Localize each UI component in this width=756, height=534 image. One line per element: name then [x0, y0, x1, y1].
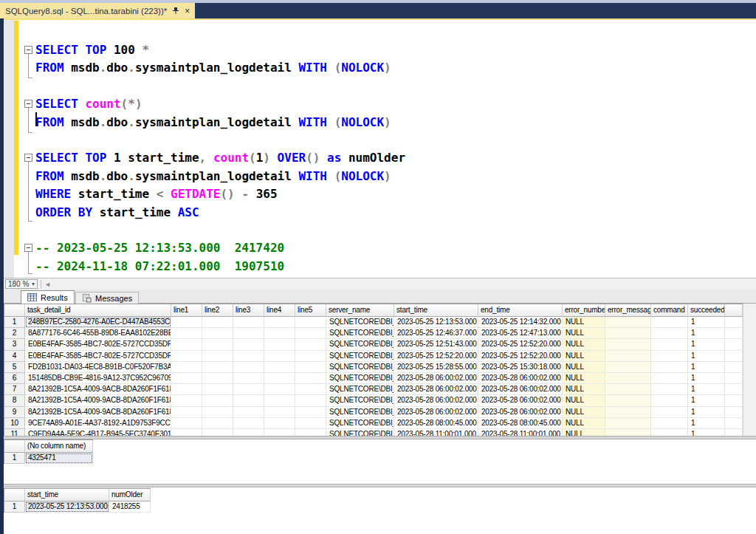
grid-cell[interactable]: [233, 339, 264, 350]
row-number-cell[interactable]: 7: [4, 384, 25, 395]
column-header[interactable]: start_time: [25, 489, 109, 502]
grid-cell[interactable]: 2023-05-28 06:00:02.000: [478, 384, 563, 395]
grid-cell[interactable]: [233, 395, 264, 406]
grid-cell[interactable]: 1: [688, 418, 725, 429]
grid-cell[interactable]: [202, 373, 233, 384]
grid-cell[interactable]: [651, 407, 688, 418]
grid-cell[interactable]: [295, 395, 326, 406]
grid-cell[interactable]: [171, 339, 202, 350]
grid-cell[interactable]: [295, 339, 326, 350]
code-line[interactable]: [0, 131, 756, 149]
grid-cell[interactable]: [264, 418, 295, 429]
grid-cell[interactable]: [651, 351, 688, 362]
grid-cell[interactable]: NULL: [563, 351, 605, 362]
grid-cell[interactable]: [171, 418, 202, 429]
grid-cell[interactable]: [295, 384, 326, 395]
column-header[interactable]: numOlder: [109, 489, 151, 502]
grid-cell[interactable]: 8A21392B-1C5A-4009-9ACB-8DA260F1F618: [25, 384, 171, 395]
grid-cell[interactable]: [605, 407, 651, 418]
grid-cell[interactable]: [605, 362, 651, 373]
grid-cell[interactable]: 2023-05-28 06:00:02.000: [478, 373, 563, 384]
code-line[interactable]: FROM msdb.dbo.sysmaintplan_logdetail WIT…: [0, 113, 756, 131]
grid-cell[interactable]: [725, 373, 743, 384]
column-header[interactable]: line2: [202, 304, 233, 317]
grid-cell[interactable]: NULL: [563, 384, 605, 395]
code-line[interactable]: SELECT TOP 1 start_time, count(1) OVER()…: [0, 148, 756, 167]
grid-cell[interactable]: NULL: [563, 395, 605, 406]
grid-cell[interactable]: [725, 362, 743, 373]
row-number-cell[interactable]: 4: [4, 351, 25, 362]
grid-cell[interactable]: 1: [688, 328, 725, 339]
results-grid-1-vertical-scrollbar[interactable]: [743, 304, 756, 436]
grid-cell[interactable]: [171, 407, 202, 418]
grid-cell[interactable]: NULL: [563, 407, 605, 418]
grid-cell[interactable]: 2023-05-25 12:13:53.000: [25, 502, 109, 513]
grid-cell[interactable]: 2023-05-25 12:51:43.000: [394, 339, 478, 350]
grid-cell[interactable]: SQLNETCORE\DBI_CORE: [326, 362, 394, 373]
grid-cell[interactable]: [171, 351, 202, 362]
grid-cell[interactable]: SQLNETCORE\DBI_CORE: [326, 317, 394, 328]
grid-cell[interactable]: [725, 328, 743, 339]
code-line[interactable]: SELECT count(*): [0, 95, 756, 113]
grid-cell[interactable]: 1: [688, 373, 725, 384]
grid-cell[interactable]: [605, 328, 651, 339]
grid-cell[interactable]: NULL: [563, 362, 605, 373]
grid-cell[interactable]: [202, 407, 233, 418]
grid-cell[interactable]: [725, 384, 743, 395]
grid-cell[interactable]: [651, 317, 688, 328]
grid-cell[interactable]: 1: [688, 362, 725, 373]
grid-cell[interactable]: 2418255: [109, 502, 151, 513]
grid-cell[interactable]: [605, 351, 651, 362]
column-header[interactable]: error_number: [563, 304, 605, 317]
row-number-cell[interactable]: 5: [4, 362, 25, 373]
column-header[interactable]: succeeded: [688, 304, 725, 317]
grid-cell[interactable]: [295, 373, 326, 384]
grid-cell[interactable]: [264, 317, 295, 328]
grid-cell[interactable]: 1: [688, 395, 725, 406]
column-header[interactable]: task_detail_id: [25, 304, 171, 317]
grid-cell[interactable]: [202, 418, 233, 429]
code-line[interactable]: [0, 77, 756, 95]
grid-cell[interactable]: [171, 384, 202, 395]
code-line[interactable]: [0, 221, 756, 239]
grid-cell[interactable]: [651, 362, 688, 373]
pin-icon[interactable]: [172, 7, 179, 15]
grid-cell[interactable]: SQLNETCORE\DBI_CORE: [326, 328, 394, 339]
grid-cell[interactable]: [233, 373, 264, 384]
column-header[interactable]: line1: [171, 304, 202, 317]
column-header[interactable]: server_name: [326, 304, 394, 317]
grid-cell[interactable]: [171, 317, 202, 328]
grid-cell[interactable]: [264, 351, 295, 362]
grid-cell[interactable]: 2023-05-25 12:52:20.000: [478, 351, 563, 362]
grid-cell[interactable]: SQLNETCORE\DBI_CORE: [326, 373, 394, 384]
grid-cell[interactable]: 151485DB-CB9E-4816-9A12-37C952C96709: [25, 373, 171, 384]
code-line[interactable]: FROM msdb.dbo.sysmaintplan_logdetail WIT…: [0, 167, 756, 185]
grid-cell[interactable]: 2023-05-28 06:00:02.000: [394, 395, 478, 406]
grid-cell[interactable]: [605, 418, 651, 429]
row-number-cell[interactable]: 1: [4, 502, 25, 513]
grid-cell[interactable]: [233, 328, 264, 339]
grid-cell[interactable]: 2023-05-25 12:52:20.000: [394, 351, 478, 362]
grid-cell[interactable]: E0BE4FAF-3585-4BC7-802E-5727CCD35DF7: [25, 351, 171, 362]
fold-collapse-box[interactable]: [24, 244, 32, 252]
grid-cell[interactable]: [171, 362, 202, 373]
column-header[interactable]: line3: [233, 304, 264, 317]
grid-cell[interactable]: [233, 384, 264, 395]
grid-cell[interactable]: [233, 418, 264, 429]
scroll-left-arrow-icon[interactable]: ◄: [44, 281, 51, 288]
column-header[interactable]: [725, 304, 743, 317]
grid-cell[interactable]: 248B97EC-2580-4276-A0EC-D447AB4553C4: [25, 317, 171, 328]
grid-cell[interactable]: 1: [688, 384, 725, 395]
grid-cell[interactable]: [202, 395, 233, 406]
grid-cell[interactable]: SQLNETCORE\DBI_CORE: [326, 351, 394, 362]
grid-cell[interactable]: [605, 339, 651, 350]
grid-cell[interactable]: [264, 362, 295, 373]
grid-cell[interactable]: SQLNETCORE\DBI_CORE: [326, 407, 394, 418]
tab-results[interactable]: Results: [21, 290, 75, 304]
grid-cell[interactable]: [605, 395, 651, 406]
grid-cell[interactable]: [295, 362, 326, 373]
grid-cell[interactable]: 2023-05-28 08:00:45.000: [394, 418, 478, 429]
grid-cell[interactable]: 2023-05-28 06:00:02.000: [394, 384, 478, 395]
grid-cell[interactable]: 2023-05-28 08:00:45.000: [478, 418, 563, 429]
grid-cell[interactable]: [651, 395, 688, 406]
